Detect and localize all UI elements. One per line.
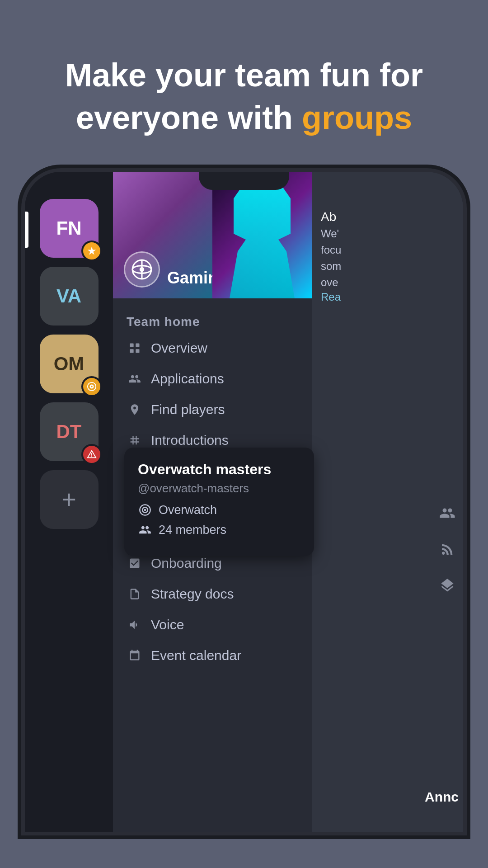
channel-overview-label: Overview xyxy=(151,340,207,356)
dt-badge xyxy=(81,444,102,465)
right-panel: Ab We'focusomove Rea xyxy=(312,172,463,832)
tooltip-game-row: Overwatch xyxy=(138,503,300,517)
tooltip-members-row: 24 members xyxy=(138,523,300,537)
channel-event-calendar[interactable]: Event calendar xyxy=(113,640,312,671)
docs-icon xyxy=(127,586,143,602)
svg-rect-10 xyxy=(130,344,134,347)
voice-icon xyxy=(127,617,143,633)
svg-rect-11 xyxy=(136,344,139,347)
members-icon[interactable] xyxy=(436,502,459,524)
calendar-icon xyxy=(127,647,143,664)
phone-notch xyxy=(199,172,289,190)
server-icon-om[interactable]: OM xyxy=(40,335,99,393)
hash-icon-intro xyxy=(127,432,143,448)
applications-icon xyxy=(127,371,143,387)
om-badge xyxy=(81,376,102,397)
heading-line2-prefix: everyone with xyxy=(76,99,302,136)
add-server-button[interactable]: + xyxy=(40,470,99,529)
phone-frame: FN VA OM xyxy=(25,172,463,868)
channel-find-players-label: Find players xyxy=(151,402,225,417)
svg-point-5 xyxy=(91,456,92,457)
right-panel-icons xyxy=(436,502,459,597)
active-indicator xyxy=(25,212,28,248)
right-panel-link[interactable]: Rea xyxy=(321,291,454,303)
overview-icon xyxy=(127,340,143,356)
channel-strategy-docs[interactable]: Strategy docs xyxy=(113,579,312,609)
right-panel-bottom: Annc xyxy=(425,789,459,805)
channel-voice[interactable]: Voice xyxy=(113,609,312,640)
channel-applications[interactable]: Applications xyxy=(113,363,312,394)
group-tooltip: Overwatch masters @overwatch-masters Ove… xyxy=(124,448,314,556)
channel-introductions-label: Introductions xyxy=(151,433,229,448)
heading-highlight: groups xyxy=(302,99,412,136)
channel-overview[interactable]: Overview xyxy=(113,333,312,363)
tooltip-game-label: Overwatch xyxy=(159,503,217,517)
hero-section: Make your team fun for everyone with gro… xyxy=(0,0,488,166)
section-header-team-home: Team home xyxy=(113,307,312,333)
channel-list: Team home Overview xyxy=(113,298,312,832)
server-icon-fn[interactable]: FN xyxy=(40,199,99,258)
server-icon-fn-label: FN xyxy=(56,217,82,239)
channel-voice-label: Voice xyxy=(151,617,184,632)
fn-badge xyxy=(81,241,102,261)
feed-icon[interactable] xyxy=(436,538,459,561)
game-character-image xyxy=(212,172,312,298)
right-panel-title: Ab xyxy=(321,208,454,226)
tooltip-title: Overwatch masters xyxy=(138,461,300,478)
server-icon-dt[interactable]: DT xyxy=(40,402,99,461)
svg-rect-12 xyxy=(130,349,134,353)
server-icon-va[interactable]: VA xyxy=(40,267,99,326)
channel-event-calendar-label: Event calendar xyxy=(151,648,241,663)
tooltip-handle: @overwatch-masters xyxy=(138,481,300,495)
channel-onboarding-label: Onboarding xyxy=(151,556,222,571)
server-icon-om-label: OM xyxy=(54,353,84,375)
channel-find-players[interactable]: Find players xyxy=(113,394,312,425)
svg-rect-13 xyxy=(136,349,139,353)
add-server-icon: + xyxy=(61,487,76,512)
heading-line1: Make your team fun for xyxy=(65,57,423,93)
onboarding-icon xyxy=(127,555,143,571)
layers-icon[interactable] xyxy=(436,574,459,597)
character-silhouette xyxy=(221,181,303,298)
channel-applications-label: Applications xyxy=(151,371,224,387)
server-header: Gaming Friends xyxy=(113,172,312,298)
tooltip-members-icon xyxy=(138,523,152,537)
channel-strategy-docs-label: Strategy docs xyxy=(151,586,234,602)
svg-point-2 xyxy=(91,386,93,387)
find-players-icon xyxy=(127,401,143,418)
server-sidebar: FN VA OM xyxy=(25,172,113,832)
right-panel-body: We'focusomove xyxy=(321,226,454,291)
tooltip-game-icon xyxy=(138,503,152,517)
tooltip-members-label: 24 members xyxy=(159,523,226,537)
server-icon-dt-label: DT xyxy=(56,421,82,443)
server-icon-va-label: VA xyxy=(56,285,81,307)
server-logo xyxy=(124,251,160,288)
svg-point-16 xyxy=(144,509,146,511)
